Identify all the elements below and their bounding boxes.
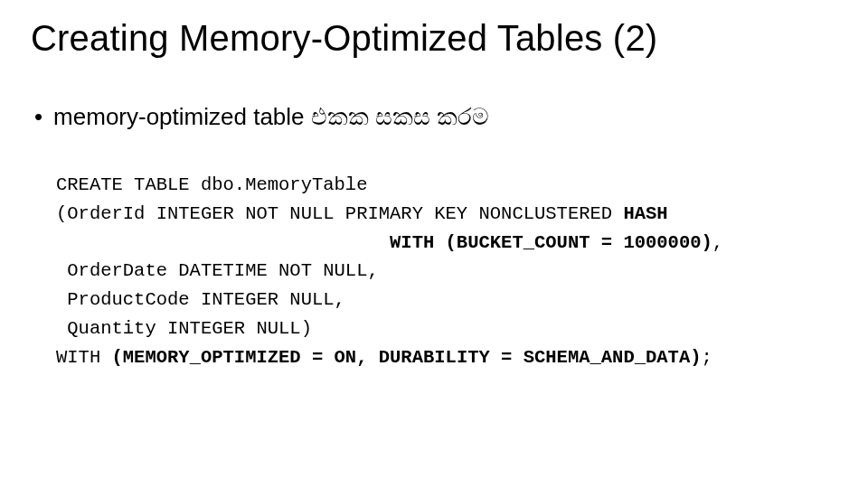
bullet-item: • memory-optimized table එකක සකස කරම — [34, 101, 837, 131]
code-line-5: ProductCode INTEGER NULL, — [56, 289, 345, 310]
code-line-3b-with: WITH (BUCKET_COUNT = 1000000) — [390, 232, 712, 253]
code-line-7a: WITH — [56, 347, 112, 368]
bullet-dot-icon: • — [34, 105, 42, 128]
slide: Creating Memory-Optimized Tables (2) • m… — [0, 0, 868, 488]
code-line-6: Quantity INTEGER NULL) — [56, 318, 312, 339]
code-line-3c: , — [712, 232, 723, 253]
code-line-2a: (OrderId INTEGER NOT NULL PRIMARY KEY NO… — [56, 203, 623, 224]
code-line-1: CREATE TABLE dbo.MemoryTable — [56, 174, 367, 195]
code-line-2b-hash: HASH — [623, 203, 667, 224]
code-line-7c: ; — [702, 347, 712, 368]
code-line-4: OrderDate DATETIME NOT NULL, — [56, 260, 379, 281]
code-block: CREATE TABLE dbo.MemoryTable (OrderId IN… — [56, 171, 837, 371]
slide-title: Creating Memory-Optimized Tables (2) — [31, 16, 837, 60]
code-line-3-pad — [56, 232, 390, 253]
code-line-7b: (MEMORY_OPTIMIZED = ON, DURABILITY = SCH… — [112, 347, 702, 368]
bullet-text: memory-optimized table එකක සකස කරම — [53, 103, 489, 131]
